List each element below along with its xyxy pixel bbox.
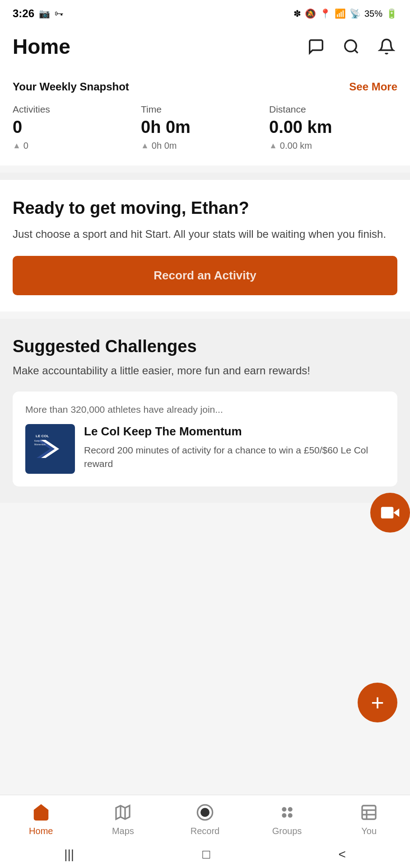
you-nav-icon [359,802,379,822]
snapshot-header: Your Weekly Snapshot See More [13,80,397,93]
snapshot-stats: Activities 0 ▲ 0 Time 0h 0m ▲ 0h 0m Dist… [13,104,397,151]
time-change: ▲ 0h 0m [141,141,269,151]
app-header: Home [0,27,410,68]
floating-add-button[interactable]: + [358,683,397,722]
home-nav-label: Home [29,826,53,836]
distance-arrow-icon: ▲ [269,141,277,151]
bluetooth-icon: ✽ [294,8,301,19]
system-back-button[interactable]: < [325,843,359,866]
distance-label: Distance [269,104,397,115]
challenge-details: Le Col Keep The Momentum Record 200 minu… [84,424,385,471]
weekly-snapshot: Your Weekly Snapshot See More Activities… [0,68,410,165]
bell-icon [378,38,395,55]
time-label: Time [141,104,269,115]
you-nav-label: You [361,826,377,836]
camera-status-icon: 📷 [39,8,50,19]
svg-point-17 [288,813,292,818]
cta-subtext: Just choose a sport and hit Start. All y… [13,226,397,242]
svg-point-16 [282,813,286,818]
system-menu-button[interactable]: ||| [51,843,88,866]
video-camera-icon [380,503,400,523]
divider-1 [0,173,410,180]
challenge-join-text: More than 320,000 athletes have already … [25,404,385,415]
battery-icon: 🔋 [386,8,397,19]
svg-rect-18 [362,806,376,819]
notification-button[interactable] [376,36,397,57]
page-title: Home [13,34,70,59]
stat-activities: Activities 0 ▲ 0 [13,104,141,151]
wifi-icon: 📶 [335,8,346,19]
cta-heading: Ready to get moving, Ethan? [13,198,397,219]
challenge-name: Le Col Keep The Momentum [84,424,385,439]
time-value: 0h 0m [141,118,269,137]
challenge-info: LE COL Keep The Momentum Le Col Keep The… [25,424,385,474]
search-button[interactable] [340,36,362,57]
bottom-spacer [0,503,410,593]
status-time: 3:26 [13,7,34,20]
groups-nav-icon [277,802,297,822]
activities-label: Activities [13,104,141,115]
maps-nav-icon [113,802,133,822]
plus-icon: + [371,689,384,716]
nav-record[interactable]: Record [182,802,228,836]
nav-home[interactable]: Home [19,802,64,836]
header-actions [305,36,397,57]
snapshot-title: Your Weekly Snapshot [13,80,129,93]
floating-record-video-button[interactable] [370,493,410,533]
svg-point-15 [288,807,292,811]
distance-value: 0.00 km [269,118,397,137]
svg-line-1 [354,50,358,53]
battery-percent: 35% [364,9,382,19]
svg-text:LE COL: LE COL [36,434,49,438]
cta-section: Ready to get moving, Ethan? Just choose … [0,180,410,311]
distance-change-value: 0.00 km [280,141,312,151]
challenges-subtext: Make accountability a little easier, mor… [13,363,397,379]
location-icon: 📍 [320,8,331,19]
challenge-logo: LE COL Keep The Momentum [25,424,75,474]
mute-icon: 🔕 [305,8,316,19]
distance-change: ▲ 0.00 km [269,141,397,151]
record-activity-button[interactable]: Record an Activity [13,256,397,295]
key-status-icon: 🗝 [55,9,64,19]
stat-distance: Distance 0.00 km ▲ 0.00 km [269,104,397,151]
status-bar: 3:26 📷 🗝 ✽ 🔕 📍 📶 📡 35% 🔋 [0,0,410,27]
le-col-logo-icon: LE COL Keep The Momentum [32,431,68,467]
search-icon [343,38,360,55]
see-more-link[interactable]: See More [349,80,397,93]
challenges-section: Suggested Challenges Make accountability… [0,319,410,503]
system-home-button[interactable]: □ [189,843,224,866]
bottom-navigation: Home Maps Record [0,795,410,841]
activities-value: 0 [13,118,141,137]
activities-arrow-icon: ▲ [13,141,21,151]
system-nav-bar: ||| □ < [0,841,410,868]
chat-button[interactable] [305,36,327,57]
signal-icon: 📡 [349,8,361,19]
groups-nav-label: Groups [272,826,302,836]
nav-groups[interactable]: Groups [265,802,310,836]
home-nav-icon [31,802,51,822]
svg-marker-9 [116,806,130,819]
time-change-value: 0h 0m [152,141,177,151]
svg-point-0 [345,40,356,52]
chat-icon [308,38,325,55]
activities-change: ▲ 0 [13,141,141,151]
svg-point-13 [200,808,210,817]
stat-time: Time 0h 0m ▲ 0h 0m [141,104,269,151]
svg-text:Keep The: Keep The [34,439,44,442]
challenge-description: Record 200 minutes of activity for a cha… [84,443,385,470]
challenges-heading: Suggested Challenges [13,337,397,356]
time-arrow-icon: ▲ [141,141,149,151]
nav-you[interactable]: You [346,802,391,836]
record-nav-icon [195,802,215,822]
record-nav-label: Record [191,826,219,836]
svg-point-14 [282,807,286,811]
svg-text:Momentum: Momentum [34,443,46,446]
activities-change-value: 0 [23,141,28,151]
svg-rect-2 [381,507,394,519]
challenge-card[interactable]: More than 320,000 athletes have already … [13,392,397,486]
maps-nav-label: Maps [112,826,134,836]
le-col-logo: LE COL Keep The Momentum [25,424,75,474]
nav-maps[interactable]: Maps [100,802,145,836]
